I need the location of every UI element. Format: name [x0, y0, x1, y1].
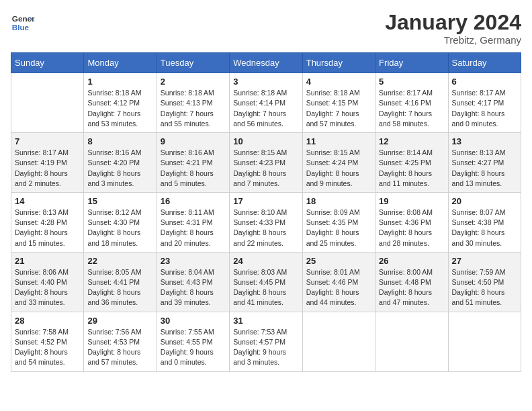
- calendar-week-2: 7Sunrise: 8:17 AM Sunset: 4:19 PM Daylig…: [11, 133, 521, 193]
- svg-text:Blue: Blue: [12, 23, 30, 32]
- day-number: 4: [306, 77, 371, 87]
- calendar-table: SundayMondayTuesdayWednesdayThursdayFrid…: [11, 52, 521, 371]
- day-info: Sunrise: 8:17 AM Sunset: 4:19 PM Dayligh…: [15, 148, 80, 189]
- day-info: Sunrise: 8:07 AM Sunset: 4:38 PM Dayligh…: [452, 208, 517, 248]
- day-info: Sunrise: 8:18 AM Sunset: 4:12 PM Dayligh…: [87, 88, 152, 129]
- day-number: 30: [161, 316, 226, 326]
- logo-icon: General Blue: [11, 11, 35, 35]
- day-info: Sunrise: 8:15 AM Sunset: 4:23 PM Dayligh…: [233, 148, 298, 189]
- day-info: Sunrise: 8:15 AM Sunset: 4:24 PM Dayligh…: [306, 148, 371, 189]
- day-info: Sunrise: 8:17 AM Sunset: 4:16 PM Dayligh…: [379, 88, 444, 129]
- calendar-cell: [448, 312, 521, 371]
- calendar-cell: 6Sunrise: 8:17 AM Sunset: 4:17 PM Daylig…: [448, 73, 521, 133]
- calendar-cell: 31Sunrise: 7:53 AM Sunset: 4:57 PM Dayli…: [230, 312, 302, 371]
- calendar-cell: 7Sunrise: 8:17 AM Sunset: 4:19 PM Daylig…: [11, 133, 84, 193]
- calendar-cell: 5Sunrise: 8:17 AM Sunset: 4:16 PM Daylig…: [375, 73, 448, 133]
- day-info: Sunrise: 8:12 AM Sunset: 4:30 PM Dayligh…: [87, 208, 152, 248]
- calendar-subtitle: Trebitz, Germany: [385, 34, 521, 46]
- calendar-cell: 25Sunrise: 8:01 AM Sunset: 4:46 PM Dayli…: [302, 252, 375, 312]
- day-info: Sunrise: 8:09 AM Sunset: 4:35 PM Dayligh…: [306, 208, 371, 248]
- calendar-header: SundayMondayTuesdayWednesdayThursdayFrid…: [11, 53, 521, 73]
- calendar-cell: 9Sunrise: 8:16 AM Sunset: 4:21 PM Daylig…: [157, 133, 229, 193]
- day-info: Sunrise: 8:03 AM Sunset: 4:45 PM Dayligh…: [233, 267, 298, 308]
- calendar-cell: [375, 312, 448, 371]
- day-number: 16: [161, 196, 226, 206]
- day-info: Sunrise: 7:56 AM Sunset: 4:53 PM Dayligh…: [87, 327, 152, 368]
- day-number: 10: [233, 136, 298, 146]
- calendar-cell: 1Sunrise: 8:18 AM Sunset: 4:12 PM Daylig…: [84, 73, 157, 133]
- day-number: 17: [233, 196, 298, 206]
- calendar-cell: 8Sunrise: 8:16 AM Sunset: 4:20 PM Daylig…: [84, 133, 157, 193]
- page-header: General Blue January 2024 Trebitz, Germa…: [11, 11, 521, 46]
- calendar-week-5: 28Sunrise: 7:58 AM Sunset: 4:52 PM Dayli…: [11, 312, 521, 371]
- day-number: 2: [161, 77, 226, 87]
- day-number: 18: [306, 196, 371, 206]
- calendar-cell: 3Sunrise: 8:18 AM Sunset: 4:14 PM Daylig…: [230, 73, 302, 133]
- calendar-cell: 13Sunrise: 8:13 AM Sunset: 4:27 PM Dayli…: [448, 133, 521, 193]
- day-number: 21: [15, 256, 80, 266]
- day-info: Sunrise: 8:16 AM Sunset: 4:20 PM Dayligh…: [87, 148, 152, 189]
- day-number: 11: [306, 136, 371, 146]
- day-info: Sunrise: 8:00 AM Sunset: 4:48 PM Dayligh…: [379, 267, 444, 308]
- calendar-cell: 12Sunrise: 8:14 AM Sunset: 4:25 PM Dayli…: [375, 133, 448, 193]
- day-info: Sunrise: 8:10 AM Sunset: 4:33 PM Dayligh…: [233, 208, 298, 248]
- calendar-cell: 21Sunrise: 8:06 AM Sunset: 4:40 PM Dayli…: [11, 252, 84, 312]
- day-info: Sunrise: 7:55 AM Sunset: 4:55 PM Dayligh…: [161, 327, 226, 368]
- day-number: 1: [87, 77, 152, 87]
- title-block: January 2024 Trebitz, Germany: [385, 11, 521, 46]
- calendar-body: 1Sunrise: 8:18 AM Sunset: 4:12 PM Daylig…: [11, 73, 521, 371]
- weekday-header-thursday: Thursday: [302, 53, 375, 73]
- day-number: 20: [452, 196, 517, 206]
- calendar-cell: 28Sunrise: 7:58 AM Sunset: 4:52 PM Dayli…: [11, 312, 84, 371]
- calendar-title: January 2024: [385, 11, 521, 34]
- calendar-cell: 18Sunrise: 8:09 AM Sunset: 4:35 PM Dayli…: [302, 192, 375, 252]
- calendar-week-3: 14Sunrise: 8:13 AM Sunset: 4:28 PM Dayli…: [11, 192, 521, 252]
- calendar-cell: 2Sunrise: 8:18 AM Sunset: 4:13 PM Daylig…: [157, 73, 229, 133]
- weekday-header-wednesday: Wednesday: [230, 53, 302, 73]
- day-info: Sunrise: 8:01 AM Sunset: 4:46 PM Dayligh…: [306, 267, 371, 308]
- day-number: 6: [452, 77, 517, 87]
- day-number: 29: [87, 316, 152, 326]
- calendar-cell: 26Sunrise: 8:00 AM Sunset: 4:48 PM Dayli…: [375, 252, 448, 312]
- day-number: 7: [15, 136, 80, 146]
- day-number: 27: [452, 256, 517, 266]
- weekday-row: SundayMondayTuesdayWednesdayThursdayFrid…: [11, 53, 521, 73]
- calendar-cell: 24Sunrise: 8:03 AM Sunset: 4:45 PM Dayli…: [230, 252, 302, 312]
- calendar-cell: 17Sunrise: 8:10 AM Sunset: 4:33 PM Dayli…: [230, 192, 302, 252]
- weekday-header-monday: Monday: [84, 53, 157, 73]
- day-info: Sunrise: 8:16 AM Sunset: 4:21 PM Dayligh…: [161, 148, 226, 189]
- weekday-header-saturday: Saturday: [448, 53, 521, 73]
- calendar-cell: 29Sunrise: 7:56 AM Sunset: 4:53 PM Dayli…: [84, 312, 157, 371]
- day-number: 28: [15, 316, 80, 326]
- day-number: 26: [379, 256, 444, 266]
- day-info: Sunrise: 8:11 AM Sunset: 4:31 PM Dayligh…: [161, 208, 226, 248]
- day-info: Sunrise: 8:13 AM Sunset: 4:28 PM Dayligh…: [15, 208, 80, 248]
- calendar-cell: 22Sunrise: 8:05 AM Sunset: 4:41 PM Dayli…: [84, 252, 157, 312]
- logo: General Blue: [11, 11, 35, 35]
- calendar-cell: 10Sunrise: 8:15 AM Sunset: 4:23 PM Dayli…: [230, 133, 302, 193]
- calendar-cell: 30Sunrise: 7:55 AM Sunset: 4:55 PM Dayli…: [157, 312, 229, 371]
- calendar-cell: 11Sunrise: 8:15 AM Sunset: 4:24 PM Dayli…: [302, 133, 375, 193]
- calendar-cell: 16Sunrise: 8:11 AM Sunset: 4:31 PM Dayli…: [157, 192, 229, 252]
- day-number: 23: [161, 256, 226, 266]
- calendar-cell: [302, 312, 375, 371]
- day-info: Sunrise: 7:59 AM Sunset: 4:50 PM Dayligh…: [452, 267, 517, 308]
- calendar-week-4: 21Sunrise: 8:06 AM Sunset: 4:40 PM Dayli…: [11, 252, 521, 312]
- calendar-week-1: 1Sunrise: 8:18 AM Sunset: 4:12 PM Daylig…: [11, 73, 521, 133]
- day-info: Sunrise: 8:05 AM Sunset: 4:41 PM Dayligh…: [87, 267, 152, 308]
- day-number: 14: [15, 196, 80, 206]
- day-info: Sunrise: 7:58 AM Sunset: 4:52 PM Dayligh…: [15, 327, 80, 368]
- calendar-cell: 19Sunrise: 8:08 AM Sunset: 4:36 PM Dayli…: [375, 192, 448, 252]
- day-info: Sunrise: 8:14 AM Sunset: 4:25 PM Dayligh…: [379, 148, 444, 189]
- day-info: Sunrise: 7:53 AM Sunset: 4:57 PM Dayligh…: [233, 327, 298, 368]
- day-number: 13: [452, 136, 517, 146]
- weekday-header-sunday: Sunday: [11, 53, 84, 73]
- day-number: 31: [233, 316, 298, 326]
- day-info: Sunrise: 8:17 AM Sunset: 4:17 PM Dayligh…: [452, 88, 517, 129]
- day-number: 24: [233, 256, 298, 266]
- calendar-cell: 27Sunrise: 7:59 AM Sunset: 4:50 PM Dayli…: [448, 252, 521, 312]
- calendar-cell: 14Sunrise: 8:13 AM Sunset: 4:28 PM Dayli…: [11, 192, 84, 252]
- day-number: 3: [233, 77, 298, 87]
- day-number: 5: [379, 77, 444, 87]
- day-number: 19: [379, 196, 444, 206]
